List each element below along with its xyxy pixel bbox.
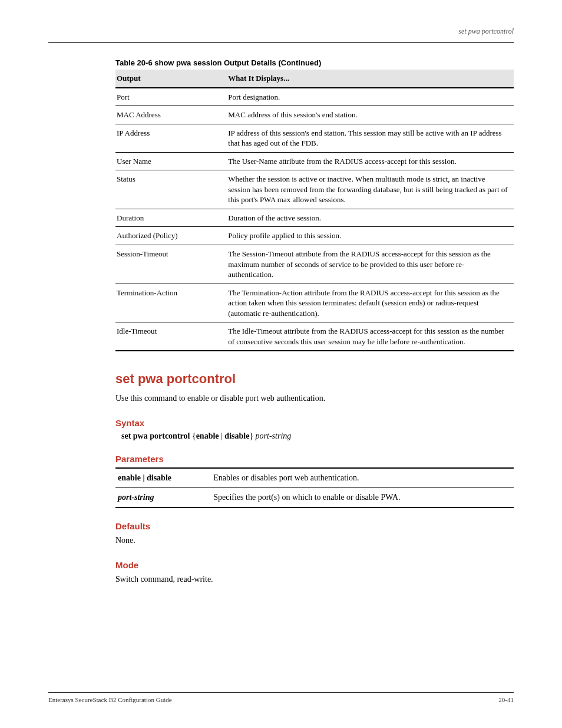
cell-output: Port bbox=[115, 88, 227, 106]
syntax-line: set pwa portcontrol {enable | disable} p… bbox=[121, 431, 514, 441]
table-caption: Table 20-6 show pwa session Output Detai… bbox=[115, 58, 514, 67]
table-row: PortPort designation. bbox=[115, 88, 514, 106]
cell-meaning: Policy profile applied to this session. bbox=[227, 227, 514, 245]
param-desc: Enables or disables port web authenticat… bbox=[211, 468, 514, 488]
table-row: MAC AddressMAC address of this session's… bbox=[115, 106, 514, 124]
table-row: Termination-ActionThe Termination-Action… bbox=[115, 284, 514, 322]
cell-output: Status bbox=[115, 170, 227, 209]
table-row: StatusWhether the session is active or i… bbox=[115, 170, 514, 209]
table-row: User NameThe User-Name attribute from th… bbox=[115, 152, 514, 170]
output-table: Output What It Displays... PortPort desi… bbox=[115, 70, 514, 351]
cell-output: Termination-Action bbox=[115, 284, 227, 322]
command-description: Use this command to enable or disable po… bbox=[115, 393, 514, 404]
parameters-table: enable | disable Enables or disables por… bbox=[115, 467, 514, 509]
parameters-heading: Parameters bbox=[115, 454, 514, 464]
table-row: DurationDuration of the active session. bbox=[115, 209, 514, 227]
cell-output: Session-Timeout bbox=[115, 245, 227, 284]
cell-meaning: The User-Name attribute from the RADIUS … bbox=[227, 152, 514, 170]
footer: Enterasys SecureStack B2 Configuration G… bbox=[48, 692, 514, 703]
param-name: port-string bbox=[115, 487, 211, 508]
content: Table 20-6 show pwa session Output Detai… bbox=[115, 58, 514, 585]
running-head: set pwa portcontrol bbox=[48, 27, 514, 41]
param-desc: Specifies the port(s) on which to enable… bbox=[211, 487, 514, 508]
cell-output: Idle-Timeout bbox=[115, 322, 227, 351]
mode-heading: Mode bbox=[115, 560, 514, 570]
cell-meaning: Whether the session is active or inactiv… bbox=[227, 170, 514, 209]
cell-output: User Name bbox=[115, 152, 227, 170]
col-header-output: Output bbox=[115, 70, 227, 88]
defaults-text: None. bbox=[115, 535, 514, 546]
param-name: enable | disable bbox=[115, 468, 211, 488]
syntax-heading: Syntax bbox=[115, 418, 514, 428]
cell-output: IP Address bbox=[115, 124, 227, 152]
footer-rule bbox=[48, 692, 514, 693]
cell-meaning: The Termination-Action attribute from th… bbox=[227, 284, 514, 322]
cell-meaning: The Idle-Timeout attribute from the RADI… bbox=[227, 322, 514, 351]
cell-output: Duration bbox=[115, 209, 227, 227]
cell-meaning: The Session-Timeout attribute from the R… bbox=[227, 245, 514, 284]
table-row: Session-TimeoutThe Session-Timeout attri… bbox=[115, 245, 514, 284]
cell-meaning: Port designation. bbox=[227, 88, 514, 106]
table-row: IP AddressIP address of this session's e… bbox=[115, 124, 514, 152]
table-row: Authorized (Policy)Policy profile applie… bbox=[115, 227, 514, 245]
mode-text: Switch command, read-write. bbox=[115, 574, 514, 585]
command-heading: set pwa portcontrol bbox=[115, 371, 514, 387]
page: set pwa portcontrol Table 20-6 show pwa … bbox=[0, 0, 562, 728]
table-row: Idle-TimeoutThe Idle-Timeout attribute f… bbox=[115, 322, 514, 351]
rule-top bbox=[48, 42, 514, 43]
cell-output: MAC Address bbox=[115, 106, 227, 124]
cell-meaning: IP address of this session's end station… bbox=[227, 124, 514, 152]
cell-output: Authorized (Policy) bbox=[115, 227, 227, 245]
cell-meaning: MAC address of this session's end statio… bbox=[227, 106, 514, 124]
running-head-text: set pwa portcontrol bbox=[458, 27, 514, 36]
footer-left: Enterasys SecureStack B2 Configuration G… bbox=[48, 696, 172, 703]
col-header-meaning: What It Displays... bbox=[227, 70, 514, 88]
footer-right: 20-41 bbox=[498, 696, 514, 703]
defaults-heading: Defaults bbox=[115, 521, 514, 531]
cell-meaning: Duration of the active session. bbox=[227, 209, 514, 227]
